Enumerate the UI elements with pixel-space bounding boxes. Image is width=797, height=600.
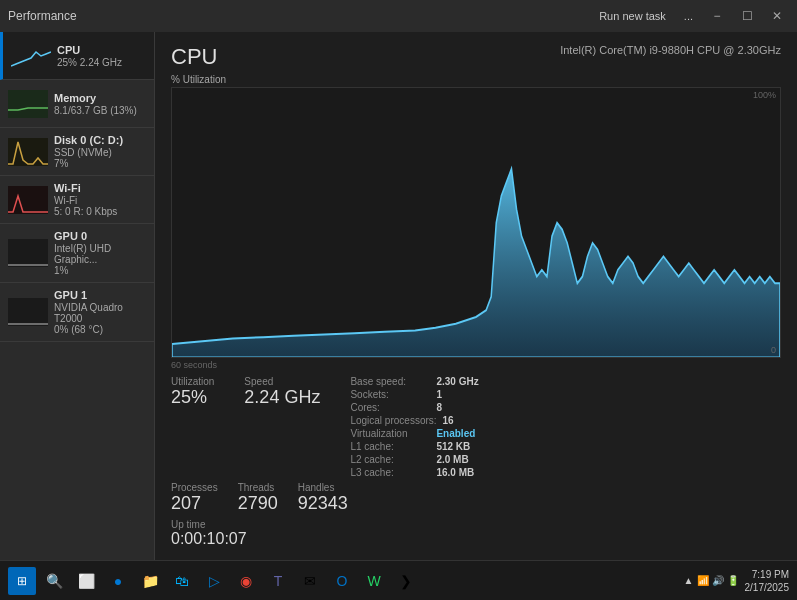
svg-rect-3 [8, 239, 48, 267]
cpu-chart [172, 88, 780, 357]
gpu0-sidebar-sub: Intel(R) UHD Graphic...1% [54, 243, 146, 276]
disk-sidebar-sub: SSD (NVMe)7% [54, 147, 146, 169]
l2-row: L2 cache: 2.0 MB [350, 454, 478, 465]
speed-stat-value: 2.24 GHz [244, 387, 320, 409]
speed-stat-label: Speed [244, 376, 320, 387]
run-new-task-button[interactable]: Run new task [593, 8, 672, 24]
chart-time-label: 60 seconds [171, 360, 781, 370]
l1-val: 512 KB [436, 441, 470, 452]
wifi-sidebar-name: Wi-Fi [54, 182, 146, 194]
store-button[interactable]: 🛍 [168, 567, 196, 595]
taskbar-date-display: 2/17/2025 [745, 581, 790, 594]
sidebar-item-wifi[interactable]: Wi-Fi Wi-Fi5: 0 R: 0 Kbps [0, 176, 154, 224]
taskbar-right: ▲ 📶 🔊 🔋 7:19 PM 2/17/2025 [684, 568, 789, 594]
sidebar-item-gpu1[interactable]: GPU 1 NVIDIA Quadro T20000% (68 °C) [0, 283, 154, 342]
processes-block: Processes 207 [171, 482, 218, 515]
l1-row: L1 cache: 512 KB [350, 441, 478, 452]
title-bar-controls: Run new task ... − ☐ ✕ [593, 4, 789, 28]
threads-label: Threads [238, 482, 278, 493]
outlook-button[interactable]: O [328, 567, 356, 595]
virt-val: Enabled [436, 428, 475, 439]
maximize-button[interactable]: ☐ [735, 4, 759, 28]
process-uptime-section: Processes 207 Threads 2790 Handles 92343 [171, 482, 781, 515]
handles-val: 92343 [298, 493, 348, 515]
vscode-button[interactable]: ▷ [200, 567, 228, 595]
gpu1-sidebar-sub: NVIDIA Quadro T20000% (68 °C) [54, 302, 146, 335]
logical-row: Logical processors: 16 [350, 415, 478, 426]
l2-key: L2 cache: [350, 454, 430, 465]
start-button[interactable]: ⊞ [8, 567, 36, 595]
virtualization-row: Virtualization Enabled [350, 428, 478, 439]
teams-button[interactable]: T [264, 567, 292, 595]
taskview-button[interactable]: ⬜ [72, 567, 100, 595]
sidebar-item-disk0[interactable]: Disk 0 (C: D:) SSD (NVMe)7% [0, 128, 154, 176]
whatsapp-button[interactable]: W [360, 567, 388, 595]
chrome-button[interactable]: ◉ [232, 567, 260, 595]
l1-key: L1 cache: [350, 441, 430, 452]
gpu1-sidebar-text: GPU 1 NVIDIA Quadro T20000% (68 °C) [54, 289, 146, 335]
logical-val: 16 [443, 415, 454, 426]
expand-icon[interactable]: ▲ [684, 575, 694, 586]
volume-icon[interactable]: 🔊 [712, 575, 724, 586]
l3-row: L3 cache: 16.0 MB [350, 467, 478, 478]
memory-sidebar-name: Memory [54, 92, 146, 104]
gpu0-sidebar-name: GPU 0 [54, 230, 146, 242]
sidebar-item-memory[interactable]: Memory 8.1/63.7 GB (13%) [0, 80, 154, 128]
cpu-chart-container: 100% 0 [171, 87, 781, 358]
chart-100-label: 100% [753, 90, 776, 100]
taskbar: ⊞ 🔍 ⬜ ● 📁 🛍 ▷ ◉ T ✉ O W ❯ ▲ 📶 🔊 🔋 7:19 P… [0, 560, 797, 600]
gpu0-sidebar-text: GPU 0 Intel(R) UHD Graphic...1% [54, 230, 146, 276]
minimize-button[interactable]: − [705, 4, 729, 28]
sidebar-item-cpu[interactable]: CPU 25% 2.24 GHz [0, 32, 154, 80]
mail-button[interactable]: ✉ [296, 567, 324, 595]
title-bar: Performance Run new task ... − ☐ ✕ [0, 0, 797, 32]
util-label: % Utilization [171, 74, 781, 85]
cpu-sidebar-text: CPU 25% 2.24 GHz [57, 44, 146, 68]
sidebar: CPU 25% 2.24 GHz Memory 8.1/63.7 GB (13%… [0, 32, 155, 560]
memory-sidebar-text: Memory 8.1/63.7 GB (13%) [54, 92, 146, 116]
memory-sidebar-sub: 8.1/63.7 GB (13%) [54, 105, 146, 116]
gpu0-mini-chart [8, 239, 48, 267]
uptime-block: Up time 0:00:10:07 [171, 519, 781, 548]
handles-block: Handles 92343 [298, 482, 348, 515]
chart-0-label: 0 [771, 345, 776, 355]
battery-icon[interactable]: 🔋 [727, 575, 739, 586]
disk-mini-chart [8, 138, 48, 166]
cores-row: Cores: 8 [350, 402, 478, 413]
cpu-sidebar-sub: 25% 2.24 GHz [57, 57, 146, 68]
sidebar-item-gpu0[interactable]: GPU 0 Intel(R) UHD Graphic...1% [0, 224, 154, 283]
sockets-row: Sockets: 1 [350, 389, 478, 400]
uptime-label: Up time [171, 519, 781, 530]
more-options-button[interactable]: ... [678, 8, 699, 24]
uptime-val: 0:00:10:07 [171, 530, 781, 548]
processes-val: 207 [171, 493, 218, 515]
search-taskbar-button[interactable]: 🔍 [40, 567, 68, 595]
sockets-key: Sockets: [350, 389, 430, 400]
terminal-button[interactable]: ❯ [392, 567, 420, 595]
l3-key: L3 cache: [350, 467, 430, 478]
cores-key: Cores: [350, 402, 430, 413]
processes-label: Processes [171, 482, 218, 493]
l3-val: 16.0 MB [436, 467, 474, 478]
wifi-icon[interactable]: 📶 [697, 575, 709, 586]
taskbar-left: ⊞ 🔍 ⬜ ● 📁 🛍 ▷ ◉ T ✉ O W ❯ [8, 567, 420, 595]
wifi-sidebar-sub: Wi-Fi5: 0 R: 0 Kbps [54, 195, 146, 217]
edge-button[interactable]: ● [104, 567, 132, 595]
close-button[interactable]: ✕ [765, 4, 789, 28]
sockets-val: 1 [436, 389, 442, 400]
cpu-panel-title: CPU [171, 44, 217, 70]
gpu1-mini-chart [8, 298, 48, 326]
logical-key: Logical processors: [350, 415, 436, 426]
taskbar-system-icons: ▲ 📶 🔊 🔋 [684, 575, 739, 586]
l2-val: 2.0 MB [436, 454, 468, 465]
taskbar-clock[interactable]: 7:19 PM 2/17/2025 [745, 568, 790, 594]
base-speed-key: Base speed: [350, 376, 430, 387]
handles-label: Handles [298, 482, 348, 493]
explorer-button[interactable]: 📁 [136, 567, 164, 595]
gpu1-sidebar-name: GPU 1 [54, 289, 146, 301]
cpu-model: Intel(R) Core(TM) i9-9880H CPU @ 2.30GHz [560, 44, 781, 56]
disk-sidebar-name: Disk 0 (C: D:) [54, 134, 146, 146]
base-speed-val: 2.30 GHz [436, 376, 478, 387]
threads-block: Threads 2790 [238, 482, 278, 515]
memory-mini-chart [8, 90, 48, 118]
